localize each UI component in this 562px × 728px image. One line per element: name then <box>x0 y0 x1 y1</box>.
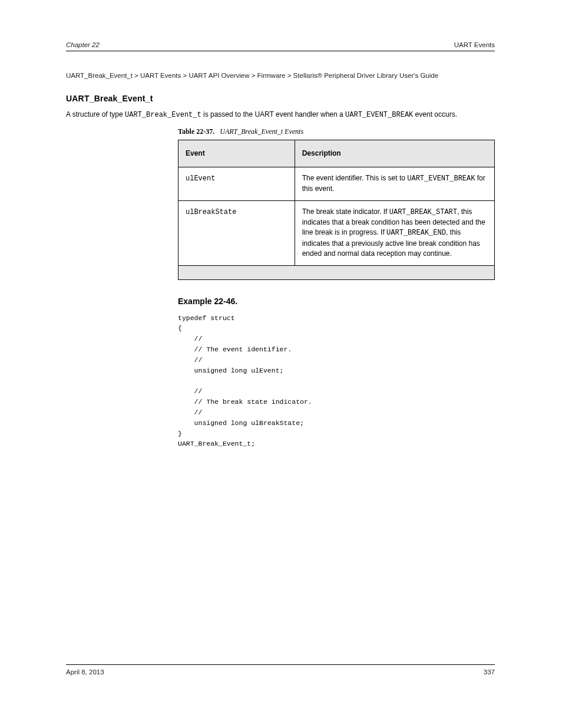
cell-description: The event identifier. This is set to UAR… <box>295 167 494 200</box>
footer-page: 337 <box>484 668 495 676</box>
example-title: Example 22-46. <box>178 297 495 306</box>
section-intro: A structure of type UART_Break_Event_t i… <box>66 109 495 120</box>
code-block: typedef struct { // // The event identif… <box>178 313 495 450</box>
header-title: UART Events <box>454 41 495 48</box>
table-footer-cell <box>178 265 495 279</box>
header-chapter: Chapter 22 <box>66 41 100 48</box>
table-title: UART_Break_Event_t Events <box>220 127 303 136</box>
table-row: ulEvent The event identifier. This is se… <box>178 167 495 200</box>
table-label: Table 22-37. <box>178 127 214 136</box>
table-header-row: Event Description <box>178 140 495 167</box>
th-event: Event <box>178 140 295 167</box>
cell-event: ulBreakState <box>178 200 295 265</box>
cell-description: The break state indicator. If UART_BREAK… <box>295 200 494 265</box>
table-row: ulBreakState The break state indicator. … <box>178 200 495 265</box>
page-content: Chapter 22 UART Events UART_Break_Event_… <box>66 41 495 449</box>
page-header: Chapter 22 UART Events <box>66 41 495 51</box>
table-caption: Table 22-37. UART_Break_Event_t Events <box>178 127 495 136</box>
cell-event: ulEvent <box>178 167 295 200</box>
section-title: UART_Break_Event_t <box>66 94 495 103</box>
footer-date: April 8, 2013 <box>66 668 104 676</box>
th-description: Description <box>295 140 494 167</box>
events-table: Event Description ulEvent The event iden… <box>178 140 495 280</box>
page-footer: April 8, 2013 337 <box>66 664 495 676</box>
table-footer-row <box>178 265 495 279</box>
breadcrumb: UART_Break_Event_t > UART Events > UART … <box>66 71 495 81</box>
